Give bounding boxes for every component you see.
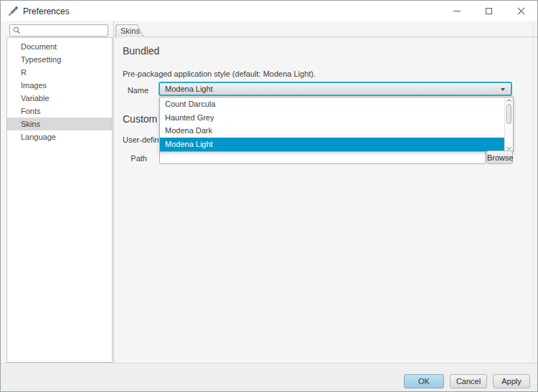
path-label: Path xyxy=(114,154,147,163)
sidebar-item-skins[interactable]: Skins xyxy=(7,118,112,130)
sidebar-item-fonts[interactable]: Fonts xyxy=(7,105,112,118)
tab-strip-divider xyxy=(114,37,538,37)
maximize-button[interactable] xyxy=(473,1,505,21)
scrollbar-thumb[interactable] xyxy=(506,104,511,124)
bundled-description: Pre-packaged application style (default:… xyxy=(123,70,316,78)
search-input[interactable] xyxy=(23,26,102,35)
skin-name-combobox[interactable]: Modena Light xyxy=(159,82,512,96)
sidebar-divider xyxy=(113,21,114,363)
chevron-down-icon xyxy=(501,88,505,91)
window-controls xyxy=(440,1,537,21)
scroll-down-icon[interactable] xyxy=(506,145,511,150)
name-label: Name xyxy=(115,86,148,95)
custom-description: User-defined xyxy=(123,135,159,144)
dropdown-option-haunted-grey[interactable]: Haunted Grey xyxy=(160,111,513,125)
dialog-footer: OK Cancel Apply xyxy=(1,363,537,392)
custom-heading: Custom xyxy=(123,113,157,125)
dropdown-scrollbar[interactable] xyxy=(504,97,513,151)
apply-button[interactable]: Apply xyxy=(493,374,530,388)
skin-name-value: Modena Light xyxy=(165,85,213,93)
sidebar-item-variable[interactable]: Variable xyxy=(7,92,112,105)
preferences-window: Preferences Document Typesetting R Image… xyxy=(0,0,538,392)
skin-dropdown-popup: Count Darcula Haunted Grey Modena Dark M… xyxy=(159,97,514,152)
content-right-edge xyxy=(533,21,534,363)
path-input[interactable] xyxy=(159,151,486,164)
minimize-button[interactable] xyxy=(440,1,473,21)
dropdown-option-count-darcula[interactable]: Count Darcula xyxy=(160,97,513,111)
close-icon xyxy=(517,7,525,15)
browse-button[interactable]: Browse xyxy=(486,150,513,164)
sidebar-item-typesetting[interactable]: Typesetting xyxy=(7,53,112,66)
sidebar-item-r[interactable]: R xyxy=(7,66,112,79)
dropdown-option-modena-light[interactable]: Modena Light xyxy=(160,138,513,151)
sidebar-item-images[interactable]: Images xyxy=(7,79,112,92)
scroll-up-icon[interactable] xyxy=(506,99,511,104)
sidebar-item-document[interactable]: Document xyxy=(7,40,112,53)
bundled-heading: Bundled xyxy=(123,45,159,57)
tab-skins[interactable]: Skins xyxy=(115,24,144,37)
sidebar-item-language[interactable]: Language xyxy=(7,130,112,143)
dropdown-option-modena-dark[interactable]: Modena Dark xyxy=(160,124,513,138)
cancel-button[interactable]: Cancel xyxy=(450,374,487,388)
ok-button[interactable]: OK xyxy=(404,374,444,388)
maximize-icon xyxy=(486,8,492,14)
minimize-icon xyxy=(453,11,461,11)
sidebar-list: Document Typesetting R Images Variable F… xyxy=(6,37,113,363)
tab-skins-label: Skins xyxy=(116,25,143,37)
window-title: Preferences xyxy=(23,6,70,16)
search-icon xyxy=(13,27,21,34)
paintbrush-app-icon xyxy=(8,6,19,16)
sidebar-search[interactable] xyxy=(9,24,108,37)
title-bar[interactable]: Preferences xyxy=(1,1,537,21)
close-button[interactable] xyxy=(505,1,537,21)
